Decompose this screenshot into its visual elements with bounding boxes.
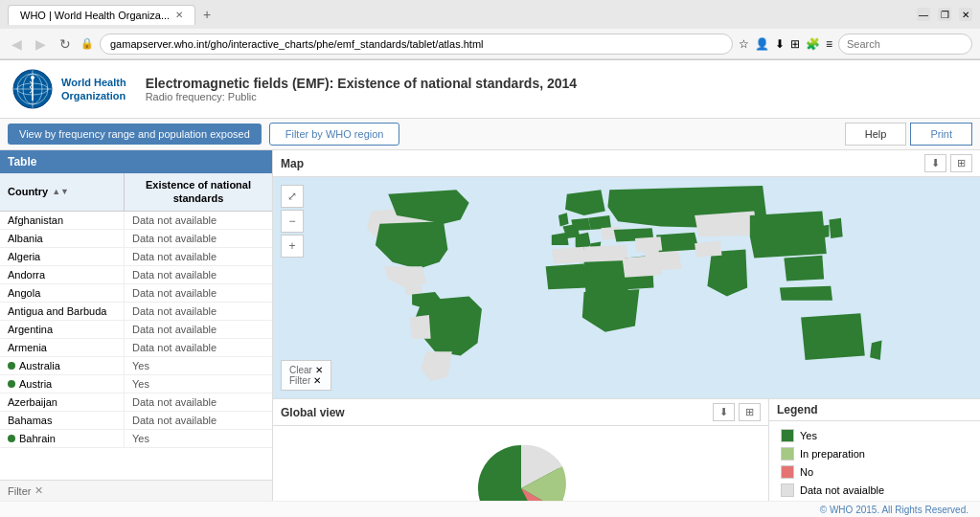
pie-chart xyxy=(464,426,579,501)
table-row[interactable]: Antigua and Barbuda Data not available xyxy=(0,303,272,321)
apps-icon[interactable]: ⊞ xyxy=(790,37,800,51)
legend-color-swatch xyxy=(781,447,794,461)
legend-label: In preparation xyxy=(800,448,865,460)
country-column-header[interactable]: Country ▲▼ xyxy=(0,173,125,211)
status-dot-green xyxy=(8,362,15,370)
status-dot-green xyxy=(8,380,15,388)
map-title: Map xyxy=(281,157,304,170)
country-name: Andorra xyxy=(8,269,45,281)
table-row[interactable]: Bahrain Yes xyxy=(0,430,272,448)
cell-value: Data not available xyxy=(125,212,272,229)
who-name-line2: Organization xyxy=(61,89,126,102)
map-header: Map ⬇ ⊞ xyxy=(273,150,980,177)
legend-header: Legend xyxy=(769,399,980,421)
table-row[interactable]: Algeria Data not available xyxy=(0,248,272,266)
map-zoom-in-button[interactable]: + xyxy=(281,235,304,258)
map-filter-area: Clear ✕ Filter ✕ xyxy=(281,360,331,391)
security-icon: 🔒 xyxy=(80,37,94,50)
download-icon[interactable]: ⬇ xyxy=(775,37,785,51)
cell-country: Antigua and Barbuda xyxy=(0,303,125,320)
table-row[interactable]: Azerbaijan Data not available xyxy=(0,393,272,412)
browser-tab[interactable]: WHO | World Health Organiza... ✕ xyxy=(8,5,195,25)
clear-x-icon[interactable]: ✕ xyxy=(315,365,323,375)
legend-item: Yes xyxy=(781,429,969,442)
table-row[interactable]: Australia Yes xyxy=(0,357,272,375)
cell-country: Andorra xyxy=(0,266,125,283)
close-button[interactable]: ✕ xyxy=(959,8,972,21)
map-filter-button[interactable]: Filter xyxy=(289,375,310,386)
who-logo: World Health Organization xyxy=(11,68,126,110)
cell-country: Albania xyxy=(0,230,125,247)
print-button[interactable]: Print xyxy=(910,123,972,146)
who-name-line1: World Health xyxy=(61,76,126,89)
view-frequency-button[interactable]: View by frequency range and population e… xyxy=(8,124,262,145)
page-title: Electromagnetic fields (EMF): Existence … xyxy=(146,76,969,91)
table-footer: Filter ✕ xyxy=(0,480,272,501)
maximize-button[interactable]: ❐ xyxy=(938,8,951,21)
title-bar: WHO | World Health Organiza... ✕ + — ❐ ✕ xyxy=(0,0,980,29)
table-body[interactable]: Afghanistan Data not available Albania D… xyxy=(0,212,272,480)
legend-color-swatch xyxy=(781,465,794,479)
new-tab-button[interactable]: + xyxy=(195,3,218,26)
window-controls: — ❐ ✕ xyxy=(917,8,972,21)
map-clear-button[interactable]: Clear xyxy=(289,365,312,375)
url-input[interactable] xyxy=(100,34,733,55)
cell-value: Data not available xyxy=(125,248,272,265)
map-download-button[interactable]: ⬇ xyxy=(924,154,946,172)
table-row[interactable]: Afghanistan Data not available xyxy=(0,212,272,230)
legend-item: No xyxy=(781,465,969,479)
who-org-name: World Health Organization xyxy=(61,76,126,103)
table-row[interactable]: Andorra Data not available xyxy=(0,266,272,284)
existence-column-header: Existence of national standards xyxy=(125,173,272,211)
map-zoom-out-button[interactable]: − xyxy=(281,210,304,233)
legend-label: Yes xyxy=(800,430,817,441)
page-subtitle: Radio frequency: Public xyxy=(146,91,969,102)
table-row[interactable]: Austria Yes xyxy=(0,375,272,393)
cell-value: Data not available xyxy=(125,230,272,247)
table-panel: Table Country ▲▼ Existence of national s… xyxy=(0,150,273,501)
filter-region-button[interactable]: Filter by WHO region xyxy=(269,123,400,146)
table-title: Table xyxy=(0,150,272,173)
country-name: Argentina xyxy=(8,324,53,335)
sort-icon: ▲▼ xyxy=(52,187,69,196)
map-expand-button[interactable]: ⊞ xyxy=(950,154,972,172)
extensions-icon[interactable]: 🧩 xyxy=(806,37,820,51)
help-button[interactable]: Help xyxy=(845,123,907,146)
global-view-panel: Global view ⬇ ⊞ xyxy=(273,399,769,501)
table-row[interactable]: Albania Data not available xyxy=(0,230,272,248)
cell-value: Data not available xyxy=(125,321,272,338)
forward-button[interactable]: ▶ xyxy=(32,34,50,54)
legend-color-swatch xyxy=(781,429,794,442)
cell-country: Bahamas xyxy=(0,412,125,429)
global-view-controls: ⬇ ⊞ xyxy=(713,403,761,421)
table-row[interactable]: Argentina Data not available xyxy=(0,321,272,339)
country-name: Austria xyxy=(19,378,52,390)
table-row[interactable]: Bahamas Data not available xyxy=(0,412,272,430)
filter-clear-icon[interactable]: ✕ xyxy=(34,484,43,497)
cell-country: Algeria xyxy=(0,248,125,265)
table-row[interactable]: Angola Data not available xyxy=(0,284,272,303)
search-input[interactable] xyxy=(838,34,972,55)
menu-icon[interactable]: ≡ xyxy=(826,37,832,51)
filter-x-icon[interactable]: ✕ xyxy=(313,375,321,386)
who-emblem-icon xyxy=(11,68,54,110)
profile-icon[interactable]: 👤 xyxy=(755,37,769,51)
bookmark-icon[interactable]: ☆ xyxy=(739,37,749,51)
tab-close-icon[interactable]: ✕ xyxy=(175,10,183,20)
table-row[interactable]: Armenia Data not available xyxy=(0,339,272,357)
minimize-button[interactable]: — xyxy=(917,8,930,21)
reload-button[interactable]: ↻ xyxy=(56,34,75,54)
global-view-expand-button[interactable]: ⊞ xyxy=(739,403,761,421)
global-view-title: Global view xyxy=(281,406,345,419)
cell-value: Yes xyxy=(125,357,272,374)
map-fullscreen-button[interactable]: ⤢ xyxy=(281,185,304,208)
back-button[interactable]: ◀ xyxy=(8,34,26,54)
country-name: Algeria xyxy=(8,251,40,262)
cell-country: Bahrain xyxy=(0,430,125,447)
cell-country: Argentina xyxy=(0,321,125,338)
tab-title: WHO | World Health Organiza... xyxy=(20,10,170,21)
bottom-panels: Global view ⬇ ⊞ xyxy=(273,399,980,501)
legend-content: Yes In preparation No Data not avaialble… xyxy=(769,421,980,501)
status-dot-green xyxy=(8,435,15,442)
global-view-download-button[interactable]: ⬇ xyxy=(713,403,735,421)
